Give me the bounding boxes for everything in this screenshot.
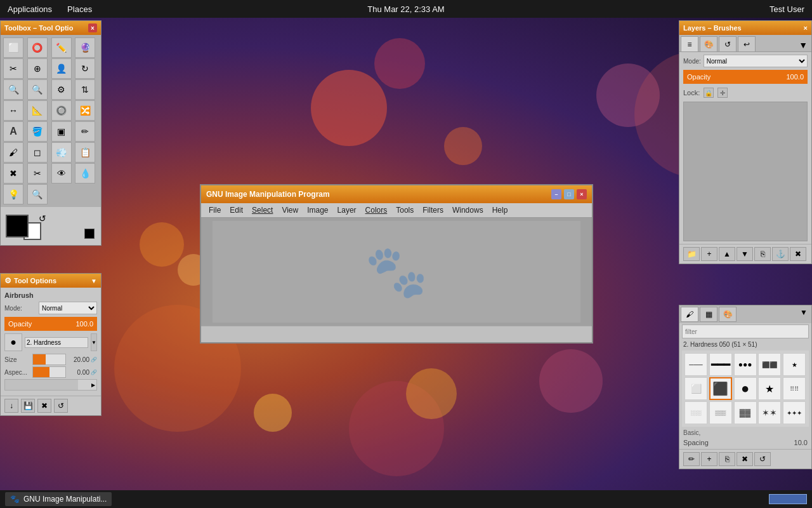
brush-cell-10[interactable]: ⠿⠿ xyxy=(783,377,806,400)
brush-cell-7[interactable]: ⬛ xyxy=(709,377,732,400)
brushes-tab-gradients[interactable]: 🎨 xyxy=(719,307,737,322)
menu-select[interactable]: Select xyxy=(248,204,277,216)
menu-file[interactable]: File xyxy=(205,204,225,216)
tool-nudge[interactable]: ↔ xyxy=(3,100,23,121)
gimp-close-button[interactable]: × xyxy=(577,189,587,199)
tool-align[interactable]: ⊕ xyxy=(27,58,48,79)
layers-tab-undo[interactable]: ↩ xyxy=(738,36,756,51)
tool-blur-sharpen[interactable]: 💧 xyxy=(75,163,95,184)
menu-windows[interactable]: Windows xyxy=(449,204,487,216)
tool-dodge-burn[interactable]: ✂ xyxy=(27,163,48,184)
color-swap-button[interactable]: ↺ xyxy=(39,213,46,224)
brushes-tab-brushes[interactable]: 🖌 xyxy=(681,307,698,322)
brush-cell-5[interactable]: ★ xyxy=(783,353,806,376)
tool-smudge[interactable]: 👁 xyxy=(51,163,72,184)
layer-delete[interactable]: ✖ xyxy=(790,247,806,261)
menu-image[interactable]: Image xyxy=(303,204,332,216)
applications-menu[interactable]: Applications xyxy=(5,3,55,15)
layer-new-group[interactable]: 📁 xyxy=(683,247,700,261)
tool-fuzzy-select[interactable]: 🔮 xyxy=(75,37,95,58)
options-save[interactable]: 💾 xyxy=(21,399,35,413)
tool-perspective[interactable]: ⚙ xyxy=(51,79,72,100)
gimp-maximize-button[interactable]: □ xyxy=(564,189,574,199)
tool-ellipse-select[interactable]: ⭕ xyxy=(27,37,48,58)
layers-opacity-bar[interactable]: Opacity 100.0 xyxy=(683,70,808,84)
layers-tab-channels[interactable]: 🎨 xyxy=(700,36,717,51)
foreground-color[interactable] xyxy=(6,215,29,237)
brush-cell-13[interactable]: ▓▓ xyxy=(734,401,757,424)
taskbar-item-gimp[interactable]: 🐾 GNU Image Manipulati... xyxy=(5,492,112,506)
size-link[interactable]: 🔗 xyxy=(91,357,97,363)
tool-text[interactable]: A xyxy=(3,121,23,142)
menu-view[interactable]: View xyxy=(278,204,302,216)
tool-paintbrush[interactable]: 🖌 xyxy=(3,142,23,163)
toolbox-close-button[interactable]: × xyxy=(88,23,97,32)
tool-zoom[interactable]: 🔍 xyxy=(27,184,48,204)
reset-colors[interactable] xyxy=(84,229,95,239)
layer-raise[interactable]: ▲ xyxy=(719,247,735,261)
mode-select[interactable]: Normal Dissolve Multiply xyxy=(39,302,97,314)
tool-gradient[interactable]: ▣ xyxy=(51,121,72,142)
extra-scrollbar[interactable]: ▶ xyxy=(4,379,97,391)
layer-duplicate[interactable]: ⎘ xyxy=(754,247,771,261)
brushes-panel-menu[interactable]: ▼ xyxy=(797,307,810,322)
tool-color-picker[interactable]: 💡 xyxy=(3,184,23,204)
tool-fill[interactable]: 🪣 xyxy=(27,121,48,142)
tool-paths[interactable]: 🔘 xyxy=(51,100,72,121)
tool-scale[interactable]: 🔍 xyxy=(3,79,23,100)
brush-cell-14[interactable]: ✶✶ xyxy=(758,401,781,424)
menu-tools[interactable]: Tools xyxy=(392,204,417,216)
tool-rotate[interactable]: ↻ xyxy=(75,58,95,79)
scroll-right[interactable]: ▶ xyxy=(90,382,96,388)
tool-clone[interactable]: 📋 xyxy=(75,142,95,163)
brush-cell-4[interactable]: ⬛⬛ xyxy=(758,353,781,376)
brush-cell-15[interactable]: ✦✦✦ xyxy=(783,401,806,424)
layers-panel-menu[interactable]: ▼ xyxy=(796,39,810,51)
layers-tab-paths[interactable]: ↺ xyxy=(719,36,737,51)
tool-eraser[interactable]: ◻ xyxy=(27,142,48,163)
brush-cell-11[interactable]: ░░░ xyxy=(684,401,707,424)
size-bar[interactable] xyxy=(32,354,66,365)
brush-filter-input[interactable] xyxy=(682,324,809,338)
brush-edit[interactable]: ✏ xyxy=(683,452,700,466)
layers-tab-layers[interactable]: ≡ xyxy=(681,36,698,51)
brush-new[interactable]: + xyxy=(701,452,717,466)
options-restore[interactable]: ↓ xyxy=(4,399,18,413)
lock-pixels-btn[interactable]: 🔒 xyxy=(704,88,714,98)
brush-refresh[interactable]: ↺ xyxy=(754,452,771,466)
menu-edit[interactable]: Edit xyxy=(226,204,247,216)
brush-cell-9[interactable]: ★ xyxy=(758,377,781,400)
options-delete[interactable]: ✖ xyxy=(37,399,51,413)
tool-shear[interactable]: 🔍 xyxy=(27,79,48,100)
tool-free-select[interactable]: ✏️ xyxy=(51,37,72,58)
aspect-link[interactable]: 🔗 xyxy=(91,370,97,375)
brush-duplicate[interactable]: ⎘ xyxy=(719,452,735,466)
brush-cell-1[interactable]: ─── xyxy=(684,353,707,376)
layers-mode-select[interactable]: Normal Dissolve xyxy=(704,55,808,67)
tool-heal[interactable]: ✖ xyxy=(3,163,23,184)
places-menu[interactable]: Places xyxy=(65,3,95,15)
brush-cell-6[interactable]: ⬜ xyxy=(684,377,707,400)
tool-flip[interactable]: ⇅ xyxy=(75,79,95,100)
brush-cell-3[interactable]: ●●● xyxy=(734,353,757,376)
menu-layer[interactable]: Layer xyxy=(334,204,360,216)
aspect-bar[interactable] xyxy=(32,366,66,378)
tool-measure[interactable]: 📐 xyxy=(27,100,48,121)
lock-position-btn[interactable]: ✛ xyxy=(717,88,728,98)
gimp-minimize-button[interactable]: – xyxy=(551,189,561,199)
tool-move[interactable]: ✂ xyxy=(3,58,23,79)
tool-pencil[interactable]: ✏ xyxy=(75,121,95,142)
layers-close-button[interactable]: × xyxy=(804,24,808,32)
brush-delete[interactable]: ✖ xyxy=(737,452,753,466)
tool-rect-select[interactable]: ⬜ xyxy=(3,37,23,58)
tool-options-collapse[interactable]: ▼ xyxy=(91,277,97,284)
tool-warp[interactable]: 🔀 xyxy=(75,100,95,121)
menu-help[interactable]: Help xyxy=(488,204,512,216)
layer-lower[interactable]: ▼ xyxy=(737,247,753,261)
brush-cell-12[interactable]: ▒▒▒ xyxy=(709,401,732,424)
layer-anchor[interactable]: ⚓ xyxy=(772,247,789,261)
brush-preview[interactable]: ● xyxy=(4,333,22,351)
brush-cell-2[interactable]: ━━━ xyxy=(709,353,732,376)
brush-scroll[interactable]: ▼ xyxy=(91,333,97,351)
layer-new[interactable]: + xyxy=(701,247,717,261)
